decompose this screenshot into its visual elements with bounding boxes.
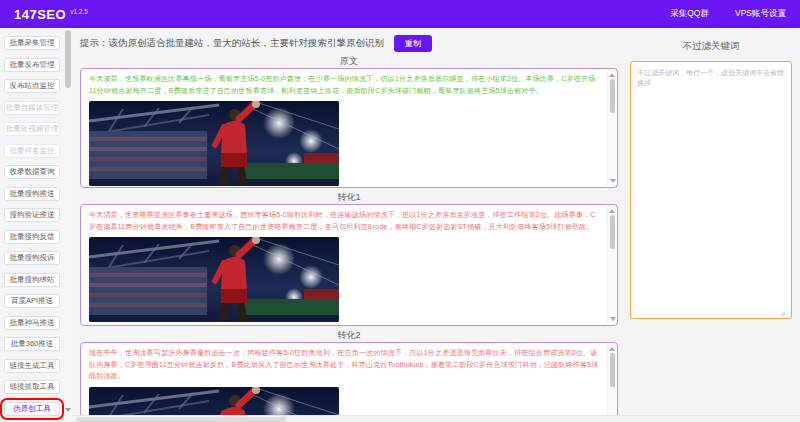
- sidebar-item-shenma-push[interactable]: 批量神马推送: [4, 316, 60, 330]
- scrollbar-down-icon[interactable]: [610, 179, 616, 183]
- header-links: 采集QQ群 VPS账号设置: [670, 8, 786, 20]
- keywords-panel: 不过滤关键词 ◢: [624, 28, 800, 422]
- sidebar-item-sogou-push[interactable]: 批量搜狗推送: [4, 187, 60, 201]
- horizontal-scrollbar[interactable]: [72, 415, 800, 422]
- sidebar-item-sogou-complaint[interactable]: 批量搜狗投诉: [4, 251, 60, 265]
- sidebar-item-batch-publish[interactable]: 批量发布管理: [4, 58, 60, 72]
- app-version: v1.2.5: [70, 8, 88, 15]
- vps-settings-link[interactable]: VPS账号设置: [735, 8, 786, 20]
- section-converted-1: 转化1 今天清晨，世资格赛亚洲区赛事卷土重来这场，西班牙客场5-0险胜比利时，在…: [80, 191, 618, 326]
- section-converted-1-title: 转化1: [80, 191, 618, 204]
- converted-2-text: 现在中午，世淘汰赛马瑟沃热身赛鏖胜追击一次，阿根廷作客5-0狂胜奥地利，在告负一…: [89, 347, 601, 382]
- sidebar-item-media-manage: 批量自媒体管理: [4, 101, 60, 115]
- main-panel: 提示：该伪原创适合批量建站，量大的站长，主要针对搜索引擎原创识别 重制 原文 今…: [72, 28, 624, 422]
- converted-1-text: 今天清晨，世资格赛亚洲区赛事卷土重来这场，西班牙客场5-0险胜比利时，在连输这场…: [89, 209, 601, 232]
- scrollbar-up-icon[interactable]: [609, 209, 615, 213]
- sidebar: 批量采集管理 批量发布管理 发布站点监控 批量自媒体管理 批量短视频管理 批量排…: [0, 28, 64, 422]
- scrollbar-thumb[interactable]: [610, 215, 615, 249]
- section-converted-2-title: 转化2: [80, 329, 618, 342]
- sidebar-item-index-query[interactable]: 收录数据查询: [4, 165, 60, 179]
- article-image: [89, 237, 339, 322]
- section-converted-1-box[interactable]: 今天清晨，世资格赛亚洲区赛事卷土重来这场，西班牙客场5-0险胜比利时，在连输这场…: [80, 204, 618, 326]
- sidebar-item-sogou-feedback[interactable]: 批量搜狗反馈: [4, 230, 60, 244]
- sidebar-scrollbar[interactable]: [64, 28, 72, 422]
- original-text: 今天凌晨，世预赛欧洲区比赛再战一场，葡萄牙主场5-0完胜卢森堡，在少赛一场的情况…: [89, 73, 601, 96]
- sidebar-item-batch-collect[interactable]: 批量采集管理: [4, 36, 60, 50]
- article-image: [89, 101, 339, 186]
- section-converted-2: 转化2 现在中午，世淘汰赛马瑟沃热身赛鏖胜追击一次，阿根廷作客5-0狂胜奥地利，…: [80, 329, 618, 422]
- section-original: 原文 今天凌晨，世预赛欧洲区比赛再战一场，葡萄牙主场5-0完胜卢森堡，在少赛一场…: [80, 55, 618, 188]
- scrollbar-up-icon[interactable]: [609, 347, 615, 351]
- scrollbar-down-icon[interactable]: [65, 408, 71, 412]
- app-title: 147SEO: [14, 7, 66, 22]
- sidebar-item-sogou-bind-site[interactable]: 批量搜狗绑站: [4, 273, 60, 287]
- sidebar-item-sogou-verify-push[interactable]: 搜狗验证推送: [4, 208, 60, 222]
- tip-text: 提示：该伪原创适合批量建站，量大的站长，主要针对搜索引擎原创识别: [80, 37, 384, 50]
- scrollbar-thumb[interactable]: [610, 79, 615, 113]
- sidebar-item-link-grab[interactable]: 链接抓取工具: [4, 380, 60, 394]
- content-area: 批量采集管理 批量发布管理 发布站点监控 批量自媒体管理 批量短视频管理 批量排…: [0, 28, 800, 422]
- section-original-scrollbar[interactable]: [607, 70, 616, 186]
- section-converted-2-scrollbar[interactable]: [607, 344, 616, 422]
- sidebar-scrollbar-thumb[interactable]: [65, 30, 71, 88]
- header: 147SEO v1.2.5 采集QQ群 VPS账号设置: [0, 0, 800, 28]
- section-original-title: 原文: [80, 55, 618, 68]
- sidebar-item-short-video: 批量短视频管理: [4, 122, 60, 136]
- sidebar-item-rank-monitor: 批量排名监控: [4, 144, 60, 158]
- sidebar-item-site-monitor[interactable]: 发布站点监控: [4, 79, 60, 93]
- qq-group-link[interactable]: 采集QQ群: [670, 8, 709, 20]
- sidebar-item-pseudo-original-tool[interactable]: 伪原创工具: [4, 402, 60, 416]
- sidebar-item-link-generate[interactable]: 链接生成工具: [4, 359, 60, 373]
- section-converted-2-box[interactable]: 现在中午，世淘汰赛马瑟沃热身赛鏖胜追击一次，阿根廷作客5-0狂胜奥地利，在告负一…: [80, 342, 618, 422]
- app-window: 147SEO v1.2.5 采集QQ群 VPS账号设置 批量采集管理 批量发布管…: [0, 0, 800, 422]
- keywords-panel-title: 不过滤关键词: [630, 40, 792, 53]
- scrollbar-up-icon[interactable]: [609, 73, 615, 77]
- scrollbar-down-icon[interactable]: [610, 317, 616, 321]
- scrollbar-thumb[interactable]: [610, 353, 615, 387]
- keywords-textarea[interactable]: [630, 61, 792, 319]
- tip-bar: 提示：该伪原创适合批量建站，量大的站长，主要针对搜索引擎原创识别 重制: [80, 34, 618, 52]
- remake-button[interactable]: 重制: [394, 35, 432, 52]
- sidebar-item-360-push[interactable]: 批量360推送: [4, 337, 60, 351]
- section-converted-1-scrollbar[interactable]: [607, 206, 616, 324]
- horizontal-scrollbar-thumb[interactable]: [76, 417, 286, 422]
- section-original-box[interactable]: 今天凌晨，世预赛欧洲区比赛再战一场，葡萄牙主场5-0完胜卢森堡，在少赛一场的情况…: [80, 68, 618, 188]
- sidebar-item-baidu-api-push[interactable]: 百度API推送: [4, 294, 60, 308]
